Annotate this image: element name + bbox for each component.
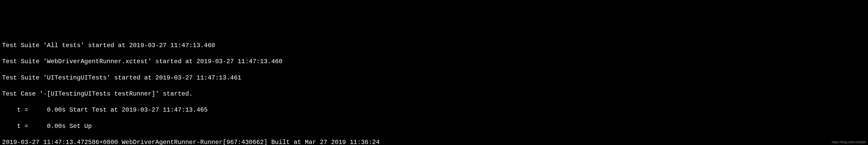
log-line: Test Suite 'All tests' started at 2019-0… xyxy=(2,41,866,49)
watermark-text: https://blog.csdn.net/lylfv xyxy=(832,140,866,144)
log-line: t = 0.00s Set Up xyxy=(2,122,866,130)
terminal-output: Test Suite 'All tests' started at 2019-0… xyxy=(2,33,866,145)
log-line: Test Suite 'UITestingUITests' started at… xyxy=(2,74,866,82)
log-line: 2019-03-27 11:47:13.472586+0800 WebDrive… xyxy=(2,138,866,145)
log-line: t = 0.00s Start Test at 2019-03-27 11:47… xyxy=(2,106,866,114)
log-line: Test Case '-[UITestingUITests testRunner… xyxy=(2,90,866,98)
log-line: Test Suite 'WebDriverAgentRunner.xctest'… xyxy=(2,58,866,66)
